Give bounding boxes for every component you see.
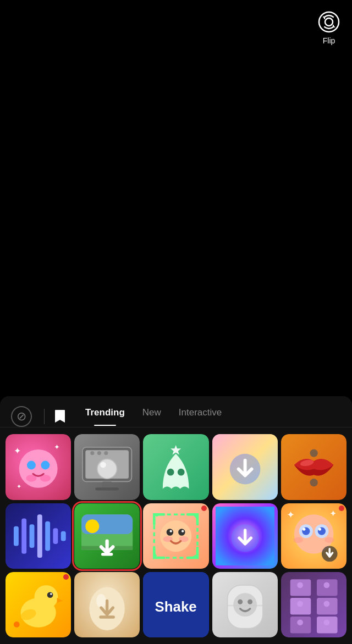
filter-colorful-gradient[interactable] [212, 503, 278, 569]
svg-point-63 [47, 592, 53, 598]
svg-text:✦: ✦ [16, 484, 21, 490]
svg-point-12 [90, 451, 94, 455]
filter-grid: ✦ ✦ ✦ [0, 428, 352, 644]
svg-point-85 [297, 601, 303, 607]
svg-rect-30 [45, 521, 50, 551]
filter-tab-bar: ⊘ Trending New Interactive [0, 396, 352, 428]
svg-rect-28 [29, 524, 34, 548]
tab-interactive[interactable]: Interactive [170, 407, 230, 426]
tab-trending[interactable]: Trending [76, 407, 134, 426]
svg-point-15 [97, 459, 117, 479]
svg-rect-17 [102, 482, 112, 488]
svg-point-74 [238, 599, 243, 604]
svg-point-13 [97, 451, 101, 455]
svg-point-87 [297, 619, 303, 625]
egg-graphic [78, 575, 136, 634]
download-green-graphic [78, 507, 136, 565]
svg-point-14 [104, 451, 108, 455]
svg-text:✦: ✦ [14, 446, 21, 456]
svg-point-43 [170, 530, 172, 532]
silver-screen-graphic [78, 437, 136, 496]
filter-silver-screen[interactable] [74, 434, 140, 499]
svg-rect-69 [99, 615, 115, 618]
shake-graphic: Shake [143, 572, 208, 637]
sound-waves-graphic [9, 507, 68, 565]
svg-point-24 [310, 449, 317, 457]
flip-camera-icon [317, 10, 341, 34]
svg-text:✦: ✦ [329, 508, 337, 518]
svg-point-35 [85, 519, 99, 533]
svg-point-66 [14, 621, 20, 628]
svg-rect-27 [21, 518, 26, 553]
filter-green-ghost[interactable] [143, 434, 208, 499]
bookmark-button[interactable] [51, 408, 69, 425]
svg-point-41 [167, 529, 174, 536]
tab-new[interactable]: New [134, 407, 170, 426]
svg-point-54 [302, 528, 305, 530]
svg-point-88 [323, 619, 329, 625]
svg-rect-31 [53, 528, 58, 544]
svg-text:✦: ✦ [54, 443, 60, 451]
lips-graphic [284, 437, 343, 496]
svg-point-86 [323, 601, 329, 607]
filter-duck[interactable] [6, 572, 71, 637]
filter-pink-face[interactable]: ✦ ✦ ✦ [6, 434, 71, 499]
svg-point-58 [293, 537, 303, 543]
svg-rect-26 [14, 526, 19, 546]
flip-camera-button[interactable]: Flip [317, 10, 341, 45]
svg-text:Shake: Shake [155, 599, 197, 614]
new-badge-2 [339, 506, 344, 511]
filter-cute-face[interactable] [143, 503, 208, 569]
filter-sound-waves[interactable] [6, 503, 71, 569]
svg-point-68 [96, 594, 106, 608]
svg-point-40 [160, 520, 191, 552]
flip-label: Flip [323, 36, 336, 45]
svg-point-16 [100, 462, 106, 468]
filter-pastel[interactable] [212, 434, 278, 499]
svg-point-20 [178, 469, 185, 476]
svg-point-3 [27, 461, 36, 470]
svg-point-62 [34, 585, 58, 609]
svg-point-2 [19, 449, 58, 488]
svg-point-4 [41, 461, 50, 470]
no-filter-button[interactable]: ⊘ [11, 406, 32, 427]
svg-rect-29 [37, 514, 42, 558]
filter-airpod[interactable] [212, 572, 278, 637]
colorful-gradient-graphic [216, 507, 274, 565]
new-badge [201, 506, 207, 511]
camera-viewfinder: Flip [0, 0, 352, 396]
tab-bar-divider [44, 409, 45, 424]
sparkle-eye-graphic: ✦ ✦ [284, 507, 343, 565]
svg-point-59 [324, 537, 334, 543]
svg-text:✦: ✦ [286, 509, 294, 520]
filter-sparkle-eye[interactable]: ✦ ✦ [281, 503, 346, 569]
svg-point-64 [50, 593, 52, 595]
cute-face-graphic [146, 507, 205, 565]
svg-point-25 [310, 479, 317, 486]
filter-orange-lips[interactable] [281, 434, 346, 499]
svg-point-84 [323, 582, 329, 588]
svg-point-44 [182, 530, 184, 532]
photo-strip-graphic [284, 575, 343, 634]
airpod-graphic [216, 575, 274, 634]
new-badge-3 [63, 574, 69, 580]
svg-rect-18 [95, 488, 119, 491]
filter-shake[interactable]: Shake [143, 572, 208, 637]
duck-graphic [9, 575, 68, 634]
green-ghost-graphic [150, 441, 202, 493]
bookmark-icon [54, 409, 66, 424]
filter-photo-strip[interactable] [281, 572, 346, 637]
svg-rect-76 [227, 604, 262, 606]
no-filter-icon: ⊘ [16, 410, 26, 423]
pink-face-graphic: ✦ ✦ ✦ [12, 441, 64, 493]
svg-point-55 [318, 528, 321, 530]
svg-point-83 [297, 582, 303, 588]
svg-point-42 [178, 529, 185, 536]
svg-point-75 [248, 599, 252, 604]
filter-download-green[interactable] [74, 503, 140, 569]
svg-point-19 [167, 469, 174, 476]
svg-rect-32 [61, 531, 66, 541]
filter-egg[interactable] [74, 572, 140, 637]
effects-panel: ⊘ Trending New Interactive [0, 396, 352, 644]
svg-point-1 [325, 18, 333, 26]
